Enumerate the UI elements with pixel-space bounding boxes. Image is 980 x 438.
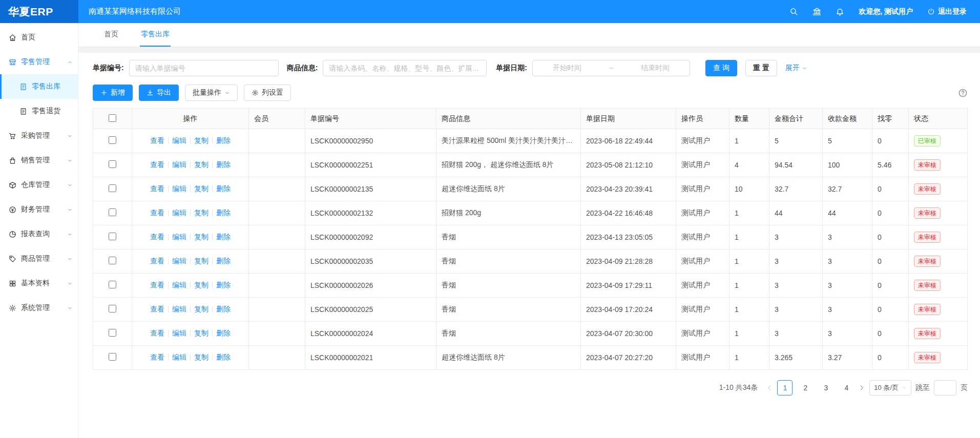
edit-link[interactable]: 编辑: [172, 208, 186, 217]
tab-home[interactable]: 首页: [103, 23, 119, 47]
prev-page-icon[interactable]: [766, 384, 773, 391]
next-page-icon[interactable]: [858, 384, 865, 391]
row-checkbox[interactable]: [109, 233, 116, 240]
divider: [212, 258, 213, 264]
bank-icon[interactable]: [812, 7, 821, 16]
copy-link[interactable]: 复制: [194, 305, 208, 313]
total-amount-cell: 3: [769, 225, 823, 249]
delete-link[interactable]: 删除: [216, 160, 231, 169]
delete-link[interactable]: 删除: [216, 353, 231, 361]
view-link[interactable]: 查看: [150, 329, 164, 337]
tab-retail-outbound[interactable]: 零售出库: [140, 23, 171, 47]
sidebar-item-sales[interactable]: 销售管理: [0, 148, 78, 173]
view-link[interactable]: 查看: [150, 184, 164, 193]
reset-button[interactable]: 重置: [745, 60, 777, 76]
page-button-1[interactable]: 1: [777, 380, 793, 395]
copy-link[interactable]: 复制: [194, 233, 208, 241]
add-button[interactable]: 新增: [93, 85, 133, 101]
row-checkbox[interactable]: [109, 329, 116, 337]
edit-link[interactable]: 编辑: [172, 281, 186, 289]
edit-link[interactable]: 编辑: [172, 353, 186, 361]
bell-icon[interactable]: [836, 7, 844, 16]
bill-no-input[interactable]: [129, 60, 279, 76]
view-link[interactable]: 查看: [150, 305, 164, 313]
sidebar-item-report[interactable]: 报表查询: [0, 222, 78, 246]
sidebar-item-warehouse[interactable]: 仓库管理: [0, 173, 78, 197]
delete-link[interactable]: 删除: [216, 257, 231, 265]
edit-link[interactable]: 编辑: [172, 233, 186, 241]
view-link[interactable]: 查看: [150, 257, 164, 265]
logout-button[interactable]: 退出登录: [927, 7, 967, 16]
sidebar-item-basic[interactable]: 基本资料: [0, 271, 78, 296]
sidebar-item-system[interactable]: 系统管理: [0, 296, 78, 320]
edit-link[interactable]: 编辑: [172, 305, 186, 313]
row-checkbox[interactable]: [109, 208, 116, 216]
delete-link[interactable]: 删除: [216, 329, 231, 337]
sidebar-item-label: 报表查询: [21, 230, 50, 239]
batch-operation-button[interactable]: 批量操作: [185, 85, 238, 101]
delete-link[interactable]: 删除: [216, 208, 231, 217]
jump-page-input[interactable]: [934, 380, 956, 395]
view-link[interactable]: 查看: [150, 353, 164, 361]
copy-link[interactable]: 复制: [194, 160, 208, 169]
row-select-cell: [93, 153, 132, 177]
view-link[interactable]: 查看: [150, 136, 164, 144]
edit-link[interactable]: 编辑: [172, 136, 186, 144]
page-button-3[interactable]: 3: [818, 380, 833, 395]
sidebar-item-retail[interactable]: 零售管理: [0, 50, 78, 74]
edit-link[interactable]: 编辑: [172, 184, 186, 193]
sidebar-item-goods[interactable]: 商品管理: [0, 246, 78, 271]
edit-link[interactable]: 编辑: [172, 160, 186, 169]
pagination-total: 1-10 共34条: [719, 383, 758, 392]
search-button[interactable]: 查询: [705, 60, 737, 76]
copy-link[interactable]: 复制: [194, 136, 208, 144]
row-checkbox[interactable]: [109, 353, 116, 361]
row-checkbox[interactable]: [109, 136, 116, 144]
page-button-2[interactable]: 2: [798, 380, 813, 395]
copy-link[interactable]: 复制: [194, 208, 208, 217]
sidebar-item-purchase[interactable]: 采购管理: [0, 123, 78, 148]
row-actions-cell: 查看编辑复制删除: [132, 249, 249, 274]
delete-link[interactable]: 删除: [216, 136, 231, 144]
gear-icon: [252, 89, 259, 96]
delete-link[interactable]: 删除: [216, 281, 231, 289]
copy-link[interactable]: 复制: [194, 329, 208, 337]
row-checkbox[interactable]: [109, 305, 116, 312]
copy-link[interactable]: 复制: [194, 353, 208, 361]
copy-link[interactable]: 复制: [194, 281, 208, 289]
product-info-input[interactable]: [323, 60, 487, 76]
column-settings-button[interactable]: 列设置: [244, 85, 291, 101]
export-button[interactable]: 导出: [139, 85, 179, 101]
download-icon: [147, 89, 154, 96]
page-size-select[interactable]: 10 条/页: [869, 380, 911, 395]
row-checkbox[interactable]: [109, 257, 116, 264]
sidebar-item-home[interactable]: 首页: [0, 25, 78, 50]
delete-link[interactable]: 删除: [216, 233, 231, 241]
search-icon[interactable]: [789, 7, 798, 16]
table-row: 查看编辑复制删除 LSCK00000002092 香烟 2023-04-13 2…: [93, 225, 968, 249]
view-link[interactable]: 查看: [150, 208, 164, 217]
change-amount-cell: 0: [872, 129, 909, 153]
edit-link[interactable]: 编辑: [172, 257, 186, 265]
sidebar-item-finance[interactable]: 财务管理: [0, 197, 78, 222]
help-icon[interactable]: [958, 88, 968, 98]
sidebar-item-retail-return[interactable]: 零售退货: [0, 99, 78, 123]
select-all-checkbox[interactable]: [109, 114, 116, 122]
sidebar-item-retail-outbound[interactable]: 零售出库: [0, 74, 78, 99]
view-link[interactable]: 查看: [150, 281, 164, 289]
sidebar-item-label: 基本资料: [21, 279, 50, 288]
view-link[interactable]: 查看: [150, 160, 164, 169]
expand-link[interactable]: 展开: [785, 64, 807, 73]
edit-link[interactable]: 编辑: [172, 329, 186, 337]
delete-link[interactable]: 删除: [216, 184, 231, 193]
row-checkbox[interactable]: [109, 184, 116, 192]
copy-link[interactable]: 复制: [194, 184, 208, 193]
delete-link[interactable]: 删除: [216, 305, 231, 313]
page-button-4[interactable]: 4: [839, 380, 854, 395]
row-checkbox[interactable]: [109, 281, 116, 288]
row-checkbox[interactable]: [109, 160, 116, 168]
date-range-picker[interactable]: 开始时间 ~ 结束时间: [532, 60, 690, 76]
bill-no-cell: LSCK00000002021: [305, 346, 436, 370]
copy-link[interactable]: 复制: [194, 257, 208, 265]
view-link[interactable]: 查看: [150, 233, 164, 241]
